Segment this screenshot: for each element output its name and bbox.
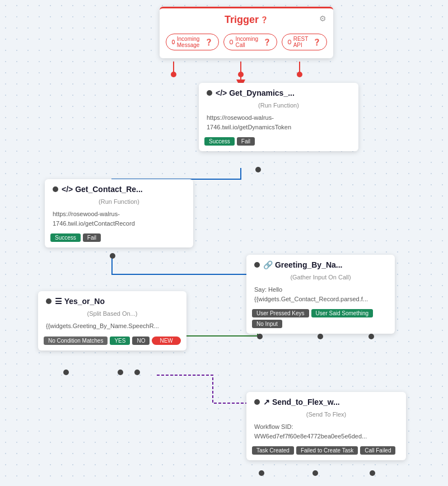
get-contact-header: </> Get_Contact_Re... [45, 179, 193, 197]
greeting-noinput-badge[interactable]: No Input [252, 320, 282, 328]
yes-or-no-nocond-dot [63, 370, 69, 375]
send-to-flex-subtype: (Send To Flex) [246, 410, 406, 421]
get-contact-footer: Success Fail [45, 233, 193, 247]
greeting-footer: User Pressed Keys User Said Something No… [246, 309, 395, 334]
task-created-badge[interactable]: Task Created [252, 446, 294, 455]
send-to-flex-callfailed-dot [370, 470, 375, 476]
incoming-call-label: Incoming Call [235, 36, 259, 48]
get-contact-dot [53, 186, 58, 192]
get-contact-fail-badge[interactable]: Fail [83, 233, 101, 242]
get-dynamics-bottom-dot [255, 167, 261, 172]
trigger-center-dot [238, 72, 244, 77]
greeting-node: 🔗 Greeting_By_Na... (Gather Input On Cal… [246, 255, 395, 334]
greeting-said-badge[interactable]: User Said Something [311, 309, 374, 317]
get-contact-success-badge[interactable]: Success [50, 233, 81, 242]
greeting-header: 🔗 Greeting_By_Na... [246, 255, 395, 273]
pill-dot-3 [288, 40, 291, 44]
trigger-title: Trigger [225, 14, 259, 26]
yes-or-no-header: ☰ Yes_or_No [38, 291, 186, 309]
yes-or-no-no-dot [134, 370, 140, 375]
get-contact-bottom-dot [110, 253, 115, 259]
trigger-pills: Incoming Message ❓ Incoming Call ❓ REST … [160, 30, 333, 58]
yes-or-no-title: ☰ Yes_or_No [55, 297, 105, 306]
yes-or-no-subtype: (Split Based On...) [38, 309, 186, 320]
greeting-body: Say: Hello{{widgets.Get_Contact_Record.p… [246, 284, 395, 309]
trigger-header: Trigger ❓ ⚙ [160, 8, 333, 30]
get-dynamics-node: </> Get_Dynamics_... (Run Function) http… [199, 83, 358, 151]
pill-dot-2 [230, 40, 233, 44]
trigger-node: Trigger ❓ ⚙ Incoming Message ❓ Incoming … [160, 7, 333, 58]
greeting-said-dot [318, 334, 323, 339]
greeting-pressed-dot [257, 334, 263, 339]
rest-api-pill[interactable]: REST API ❓ [282, 34, 328, 50]
incoming-message-pill[interactable]: Incoming Message ❓ [166, 34, 220, 50]
pill-help-icon-2: ❓ [263, 39, 271, 46]
send-to-flex-title: ↗ Send_to_Flex_w... [263, 398, 340, 406]
incoming-call-pill[interactable]: Incoming Call ❓ [223, 34, 277, 50]
yes-or-no-node: ☰ Yes_or_No (Split Based On...) {{widget… [38, 291, 186, 351]
yes-or-no-dot [46, 298, 52, 304]
get-contact-node: </> Get_Contact_Re... (Run Function) htt… [45, 179, 193, 247]
new-badge[interactable]: NEW [152, 337, 180, 345]
trigger-gear-icon[interactable]: ⚙ [319, 14, 326, 23]
get-contact-body: https://rosewood-walrus-1746.twil.io/get… [45, 208, 193, 233]
trigger-help-icon[interactable]: ❓ [260, 16, 268, 24]
pill-help-icon-3: ❓ [313, 39, 321, 46]
send-to-flex-dot [254, 399, 260, 405]
call-failed-badge[interactable]: Call Failed [360, 446, 395, 455]
greeting-subtype: (Gather Input On Call) [246, 273, 395, 284]
send-to-flex-taskcreated-dot [259, 470, 264, 476]
get-dynamics-success-badge[interactable]: Success [204, 137, 235, 146]
trigger-right-dot [297, 72, 302, 77]
pill-dot [172, 40, 175, 44]
get-dynamics-header: </> Get_Dynamics_... [199, 83, 358, 101]
send-to-flex-failcreate-dot [312, 470, 318, 476]
incoming-message-label: Incoming Message [177, 36, 201, 48]
get-dynamics-fail-badge[interactable]: Fail [237, 137, 255, 146]
get-dynamics-subtype: (Run Function) [199, 101, 358, 112]
send-to-flex-body: Workflow SID:WW6ed7ef7f60e8e4772bea0ee5e… [246, 421, 406, 446]
no-condition-badge[interactable]: No Condition Matches [44, 337, 108, 345]
get-dynamics-body: https://rosewood-walrus-1746.twil.io/get… [199, 112, 358, 137]
fail-create-badge[interactable]: Failed to Create Task [296, 446, 358, 455]
rest-api-label: REST API [293, 36, 310, 48]
greeting-dot [254, 262, 260, 268]
get-dynamics-footer: Success Fail [199, 137, 358, 151]
greeting-title: 🔗 Greeting_By_Na... [263, 260, 343, 269]
get-dynamics-title: </> Get_Dynamics_... [216, 88, 295, 97]
no-badge[interactable]: NO [132, 337, 150, 345]
get-contact-title: </> Get_Contact_Re... [62, 185, 143, 194]
send-to-flex-header: ↗ Send_to_Flex_w... [246, 392, 406, 410]
greeting-pressed-badge[interactable]: User Pressed Keys [252, 309, 309, 317]
get-dynamics-dot [207, 90, 212, 96]
get-contact-subtype: (Run Function) [45, 197, 193, 208]
yes-or-no-body: {{widgets.Greeting_By_Name.SpeechR... [38, 320, 186, 337]
yes-badge[interactable]: YES [110, 337, 130, 345]
trigger-left-dot [171, 72, 176, 77]
send-to-flex-node: ↗ Send_to_Flex_w... (Send To Flex) Workf… [246, 392, 406, 460]
yes-or-no-footer: No Condition Matches YES NO NEW [38, 337, 186, 351]
yes-or-no-yes-dot [118, 370, 123, 375]
send-to-flex-footer: Task Created Failed to Create Task Call … [246, 446, 406, 460]
greeting-noinput-dot [368, 334, 374, 339]
pill-help-icon: ❓ [205, 39, 213, 46]
